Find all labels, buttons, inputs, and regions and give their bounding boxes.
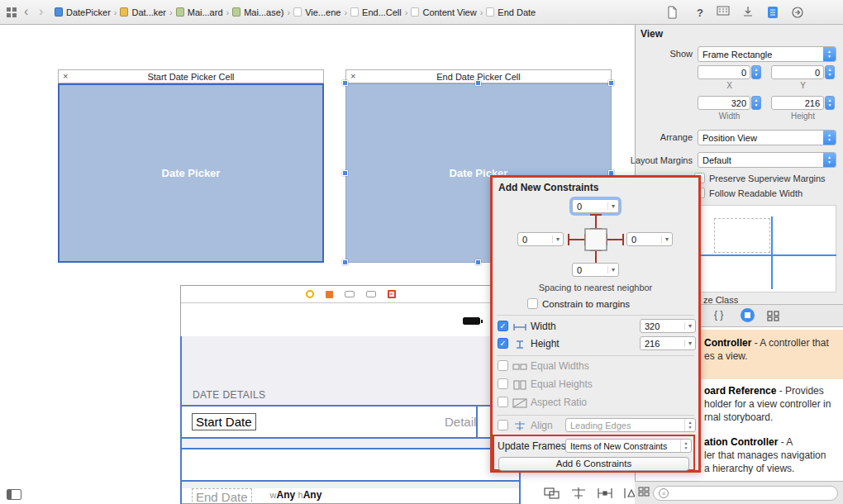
media-library-icon[interactable] (767, 311, 779, 321)
library-item[interactable]: Controller - A controller that (704, 337, 829, 349)
library-item[interactable]: ation Controller - A (704, 436, 793, 448)
constrain-margins-checkbox[interactable] (527, 298, 538, 309)
battery-nub-icon (481, 320, 483, 323)
height-label: Height (531, 338, 560, 349)
top-spacing-combo[interactable]: 0 ▾ (572, 199, 619, 213)
library-item-text: a hierarchy of views. (704, 463, 794, 474)
pin-icon[interactable] (595, 487, 615, 500)
height-combo[interactable]: 216 ▾ (640, 336, 696, 350)
left-spacing-value: 0 (518, 235, 552, 245)
jumpbar-item-project[interactable]: DatePicker (55, 7, 111, 17)
arrange-value: Position View (702, 133, 757, 143)
combo-arrow-icon: ▾ (552, 235, 563, 243)
close-icon[interactable]: × (350, 70, 355, 83)
code-snippet-library-icon[interactable]: { } (714, 309, 723, 321)
align-icon[interactable] (569, 487, 588, 500)
x-stepper[interactable]: ▲▼ (751, 65, 761, 79)
view-controller-icon[interactable] (306, 290, 314, 298)
jumpbar-item-content-view[interactable]: Content View (411, 7, 476, 17)
jumpbar-item-storyboard[interactable]: Mai...ard (176, 7, 223, 17)
y-stepper[interactable]: ▲▼ (825, 65, 835, 79)
placeholder-icon[interactable] (345, 291, 355, 297)
x-axis-label: X (698, 81, 761, 90)
inspector-title: View (641, 28, 663, 40)
width-combo[interactable]: 320 ▾ (640, 319, 696, 333)
attributes-inspector-icon[interactable] (741, 6, 755, 20)
quick-help-icon[interactable]: ? (693, 6, 707, 20)
height-stepper[interactable]: ▲▼ (825, 96, 835, 110)
exit-icon[interactable]: ✕ (388, 290, 396, 298)
chevron-separator-icon: › (403, 7, 410, 17)
jumpbar-item-scene[interactable]: Vie...ene (293, 7, 341, 17)
size-class-control[interactable]: wAny hAny (264, 489, 327, 501)
height-axis-label: Height (771, 112, 835, 121)
x-value: 0 (741, 68, 746, 78)
end-date-cell-label[interactable]: End Date (192, 488, 252, 504)
bottom-spacing-combo[interactable]: 0 ▾ (572, 263, 619, 277)
xcode-window: × Start Date Picker Cell Date Picker × E… (0, 0, 843, 504)
library-item-text: rnal storyboard. (704, 411, 773, 423)
storyboard-file-icon (176, 7, 184, 17)
jumpbar-item-group[interactable]: Dat...ker (120, 7, 166, 17)
width-field[interactable]: 320 (698, 96, 750, 110)
update-frames-popup[interactable]: Items of New Constraints ▲▼ (565, 439, 692, 453)
height-checkbox[interactable]: ✓ (498, 338, 508, 349)
jumpbar-item-storyboard-base[interactable]: Mai...ase) (232, 7, 283, 17)
layout-margins-popup[interactable]: Default ▲▼ (698, 152, 836, 168)
library-item-text: holder for a view controller in (704, 398, 831, 410)
width-constraint-icon (512, 322, 527, 332)
selection-line (180, 448, 521, 449)
equal-heights-checkbox[interactable] (498, 378, 508, 389)
first-responder-icon[interactable] (326, 291, 333, 298)
identity-inspector-icon[interactable] (716, 6, 731, 20)
left-spacing-combo[interactable]: 0 ▾ (517, 232, 564, 246)
sidebar-toggle-icon[interactable] (7, 489, 21, 500)
width-value: 320 (731, 98, 746, 108)
align-popup[interactable]: Leading Edges ▲▼ (565, 418, 696, 432)
resize-handle[interactable] (342, 259, 348, 265)
object-library-icon[interactable] (741, 308, 755, 322)
align-checkbox[interactable] (498, 420, 508, 430)
detail-label[interactable]: Detail (445, 415, 476, 429)
show-popup[interactable]: Frame Rectangle ▲▼ (698, 46, 836, 62)
library-filter-field[interactable]: ≡ (653, 486, 838, 501)
project-file-icon (55, 7, 63, 17)
add-constraints-button[interactable]: Add 6 Constraints (498, 457, 689, 471)
size-inspector-icon-active[interactable] (765, 6, 780, 20)
start-date-cell-label[interactable]: Start Date (192, 413, 256, 430)
back-button[interactable]: ‹ (24, 0, 28, 23)
resize-handle[interactable] (342, 170, 348, 176)
connections-inspector-icon[interactable] (790, 6, 805, 20)
forward-button[interactable]: › (39, 0, 43, 23)
show-label: Show (636, 49, 693, 59)
grid-view-icon[interactable] (638, 487, 650, 497)
file-inspector-icon[interactable] (664, 6, 679, 20)
library-item-text: es a view. (704, 350, 748, 362)
equal-widths-checkbox[interactable] (498, 360, 508, 371)
close-icon[interactable]: × (63, 70, 68, 83)
x-field[interactable]: 0 (698, 65, 750, 79)
resize-handle[interactable] (475, 259, 481, 265)
jumpbar-item-end-date[interactable]: End Date (486, 7, 536, 17)
related-items-icon[interactable] (6, 7, 17, 18)
placeholder-icon[interactable] (366, 291, 376, 297)
align-label: Align (531, 420, 553, 431)
start-date-picker-view[interactable]: Date Picker (58, 83, 324, 263)
width-stepper[interactable]: ▲▼ (751, 96, 761, 110)
right-spacing-combo[interactable]: 0 ▾ (626, 232, 673, 246)
library-item[interactable]: oard Reference - Provides (704, 385, 824, 397)
arrange-label: Arrange (636, 132, 693, 142)
resize-handle[interactable] (475, 80, 481, 86)
resize-handle[interactable] (342, 80, 348, 86)
resize-handle[interactable] (608, 80, 614, 86)
y-field[interactable]: 0 (771, 65, 824, 79)
height-field[interactable]: 216 (771, 96, 824, 110)
start-cell-title: Start Date Picker Cell (147, 72, 234, 82)
arrange-popup[interactable]: Position View ▲▼ (698, 130, 836, 145)
jumpbar-item-cell[interactable]: End...Cell (350, 7, 402, 17)
y-axis-label: Y (771, 81, 835, 90)
width-checkbox[interactable]: ✓ (498, 321, 508, 331)
embed-in-stack-icon[interactable] (542, 487, 562, 500)
aspect-ratio-checkbox[interactable] (498, 397, 508, 407)
start-cell-titlebar[interactable]: × Start Date Picker Cell (58, 69, 324, 83)
